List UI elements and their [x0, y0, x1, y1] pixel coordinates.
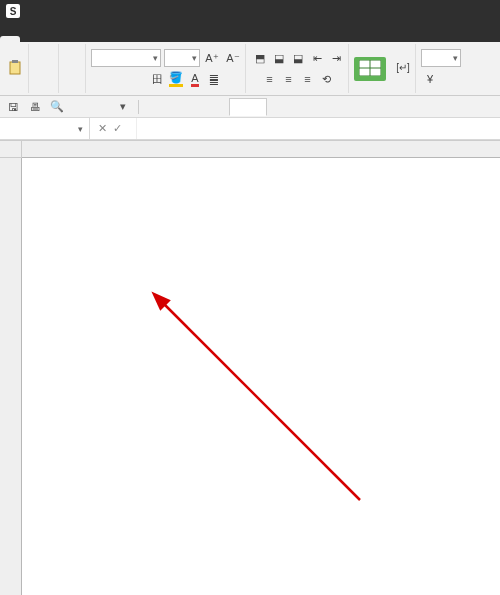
menu-page-layout[interactable]: [40, 36, 60, 42]
italic-button[interactable]: [110, 70, 128, 88]
sheet-doc-icon: [238, 101, 250, 113]
ribbon-align-group: ⬒ ⬓ ⬓ ⇤ ⇥ ≡ ≡ ≡ ⟲: [248, 44, 349, 93]
copy-icon: [34, 70, 52, 88]
ribbon-clipboard-small: [31, 44, 59, 93]
ribbon-format-painter: [61, 44, 86, 93]
app-logo: S: [6, 4, 28, 18]
phonetic-button[interactable]: ䷀: [205, 70, 223, 88]
number-format-combo[interactable]: [421, 49, 461, 67]
paste-icon: [7, 59, 25, 77]
formula-input[interactable]: [136, 118, 500, 139]
shrink-font-button[interactable]: A⁻: [224, 49, 242, 67]
column-headers: [22, 140, 500, 158]
accept-formula-icon[interactable]: ✓: [113, 122, 122, 135]
font-size-combo[interactable]: [164, 49, 200, 67]
percent-button[interactable]: [440, 70, 458, 88]
font-name-combo[interactable]: [91, 49, 161, 67]
menu-home[interactable]: [0, 36, 20, 42]
row-headers: [0, 158, 22, 595]
brush-icon: [64, 59, 82, 77]
ribbon-number-group: ¥: [418, 44, 464, 93]
wrap-icon: [↵]: [394, 59, 412, 77]
copy-button[interactable]: [34, 70, 55, 88]
chevron-down-icon: ▾: [78, 124, 83, 134]
ribbon-wrap-group: [↵]: [391, 44, 416, 93]
underline-button[interactable]: [129, 70, 147, 88]
spreadsheet-grid[interactable]: [0, 140, 500, 595]
qat-preview-button[interactable]: 🔍: [48, 98, 66, 116]
wrap-text-button[interactable]: [↵]: [394, 59, 412, 79]
qat-undo-button[interactable]: [70, 98, 88, 116]
currency-button[interactable]: ¥: [421, 70, 439, 88]
select-all-corner[interactable]: [0, 140, 22, 158]
align-bottom-button[interactable]: ⬓: [289, 49, 307, 67]
paste-button[interactable]: [7, 59, 25, 79]
menu-view[interactable]: [120, 36, 140, 42]
quick-access-bar: 🖫 🖶 🔍 ▾: [0, 96, 500, 118]
merge-center-button[interactable]: [354, 57, 386, 81]
qat-save-button[interactable]: 🖫: [4, 98, 22, 116]
qat-print-button[interactable]: 🖶: [26, 98, 44, 116]
cancel-formula-icon[interactable]: ✕: [98, 122, 107, 135]
menu-dev-tools[interactable]: [140, 36, 160, 42]
ribbon-clipboard-group: [4, 44, 29, 93]
menu-data[interactable]: [80, 36, 100, 42]
fill-color-button[interactable]: 🪣: [167, 70, 185, 88]
svg-rect-1: [12, 60, 18, 63]
merge-icon: [359, 60, 381, 76]
indent-inc-button[interactable]: ⇥: [327, 49, 345, 67]
align-middle-button[interactable]: ⬓: [270, 49, 288, 67]
menu-review[interactable]: [100, 36, 120, 42]
font-color-button[interactable]: A: [186, 70, 204, 88]
menu-bar: [0, 22, 500, 42]
indent-dec-button[interactable]: ⇤: [308, 49, 326, 67]
ribbon-merge-group: [351, 44, 389, 93]
name-box[interactable]: ▾: [0, 118, 90, 139]
align-right-button[interactable]: ≡: [299, 70, 317, 88]
wps-logo-icon: S: [6, 4, 20, 18]
tab-my-wps[interactable]: [187, 98, 225, 116]
ribbon-font-group: A⁺ A⁻ 田 🪣 A ䷀: [88, 44, 246, 93]
new-tab-button[interactable]: [271, 98, 289, 116]
align-center-button[interactable]: ≡: [280, 70, 298, 88]
wps-doc-icon: [196, 101, 208, 113]
menu-cloud[interactable]: [160, 36, 180, 42]
orientation-button[interactable]: ⟲: [318, 70, 336, 88]
menu-insert[interactable]: [20, 36, 40, 42]
bold-button[interactable]: [91, 70, 109, 88]
tab-active-doc[interactable]: [229, 98, 267, 116]
align-top-button[interactable]: ⬒: [251, 49, 269, 67]
align-left-button[interactable]: ≡: [261, 70, 279, 88]
svg-rect-0: [10, 62, 20, 74]
border-button[interactable]: 田: [148, 70, 166, 88]
formula-bar: ▾ ✕ ✓: [0, 118, 500, 140]
tab-cloud-doc[interactable]: [145, 98, 183, 116]
grow-font-button[interactable]: A⁺: [203, 49, 221, 67]
menu-formula[interactable]: [60, 36, 80, 42]
scissors-icon: [34, 50, 52, 68]
separator: [138, 100, 139, 114]
format-painter-button[interactable]: [64, 59, 82, 79]
qat-redo-button[interactable]: [92, 98, 110, 116]
ribbon: A⁺ A⁻ 田 🪣 A ䷀ ⬒ ⬓ ⬓ ⇤ ⇥ ≡ ≡ ≡ ⟲: [0, 42, 500, 96]
cells-area[interactable]: [22, 158, 500, 595]
cloud-icon: [154, 101, 166, 113]
qat-more-button[interactable]: ▾: [114, 98, 132, 116]
title-bar: S: [0, 0, 500, 22]
cut-button[interactable]: [34, 50, 55, 68]
